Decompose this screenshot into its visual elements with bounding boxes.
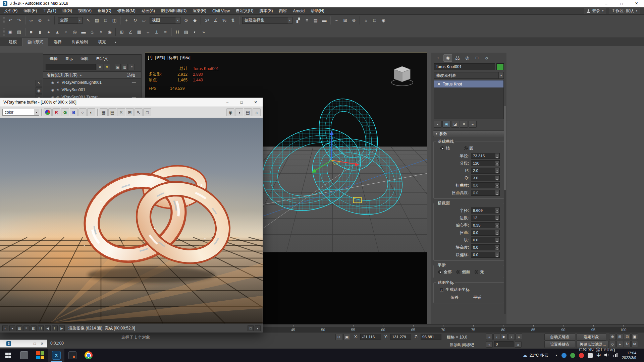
selection-lock-icon[interactable]: ▣ [343,334,350,340]
redo-icon[interactable]: ↷ [15,16,23,25]
spinner-snap-icon[interactable]: ⇅ [229,16,237,25]
red-channel-button[interactable]: R [52,108,60,116]
hair-tool-icon[interactable]: H [173,27,182,36]
parameter-spinner[interactable]: 0.0 [471,230,500,236]
more-tools-icon[interactable]: » [199,27,208,36]
parameter-spinner[interactable]: 0.0 [471,252,500,258]
render-setup-icon[interactable]: ☼ [362,16,370,25]
zoom-extents-icon[interactable]: ⊡ [624,334,631,340]
cloth-tool-icon[interactable]: ▨ [182,27,191,36]
ribbon-tab[interactable]: 自由形式 [22,38,48,46]
light-create-icon[interactable]: ☀ [97,27,105,36]
cylinder-primitive-icon[interactable]: ▮ [36,27,44,36]
explorer-display-icon[interactable]: ◉ [36,87,42,94]
filter-icon[interactable]: ▼ [104,64,110,70]
reference-coordinate-dropdown[interactable]: 视图▾ [150,17,180,24]
make-unique-icon[interactable]: ◪ [451,121,459,128]
menu-item[interactable]: 文件(F) [1,7,20,14]
material-editor-icon[interactable]: ⊚ [350,16,358,25]
align-icon[interactable]: ≡ [303,16,311,25]
tray-app-icon-4[interactable] [588,353,593,358]
current-frame-field[interactable]: 0 [494,341,514,347]
region-render-icon[interactable]: □ [143,108,151,116]
ribbon-tab[interactable]: 选择 [49,38,66,46]
viewport-label[interactable]: [线框] [180,55,191,61]
sphere-primitive-icon[interactable]: ● [44,27,53,36]
x-coordinate-field[interactable]: -21.116 [360,334,381,340]
menu-item[interactable]: 渲染(R) [190,7,209,14]
curve-type-radio[interactable]: 结 [440,145,450,151]
vfb-prev-icon[interactable]: ◀ [45,325,51,331]
configure-modifier-sets-icon[interactable]: ≡ [469,121,477,128]
ribbon-tab[interactable]: 填充 [93,38,111,46]
explorer-lock-icon[interactable]: ▣ [115,64,121,70]
visibility-eye-icon[interactable]: ◉ [51,88,54,92]
taskbar-app-dark[interactable] [64,349,80,362]
taskbar-app-grid[interactable] [32,349,48,362]
explorer-tab[interactable]: 编辑 [77,55,92,62]
explorer-tab[interactable]: 选择 [47,55,61,62]
modifier-list-dropdown[interactable]: 修改器列表 ▾ [434,72,504,79]
vfb-titlebar[interactable]: V-Ray frame buffer - [100% of 800 x 600]… [0,98,263,107]
teapot-primitive-icon[interactable]: ♨ [88,27,97,36]
graphite-ribbon-toggle-icon[interactable]: ▬ [320,16,329,25]
smooth-mode-radio[interactable]: 无 [475,269,484,275]
green-channel-button[interactable]: G [61,108,69,116]
explorer-tab[interactable]: 显示 [62,55,76,62]
previous-frame-icon[interactable]: ‹ [493,334,500,340]
vray-lens-effects-icon[interactable]: ◉ [226,108,234,116]
show-desktop-button[interactable] [640,349,642,362]
tray-app-icon-1[interactable] [561,353,567,358]
vfb-list-icon[interactable]: ≡ [23,325,30,331]
pan-icon[interactable]: + [616,341,623,347]
parameter-spinner[interactable]: 0.0 [471,190,500,196]
ribbon-tab[interactable]: 建模 [4,38,21,46]
remove-modifier-icon[interactable]: ✕ [460,121,468,128]
modify-panel-icon[interactable]: ◉ [443,54,452,62]
menu-item[interactable]: 图形编辑器(D) [158,7,190,14]
schematic-view-icon[interactable]: ⊞ [341,16,350,25]
smooth-mode-radio[interactable]: 全部 [438,269,452,275]
plane-primitive-icon[interactable]: ▬ [79,27,88,36]
scene-object-row[interactable]: ◉ ☀ VRaySun001 — [43,86,141,94]
show-end-result-icon[interactable]: ▣ [442,121,450,128]
isolate-selection-icon[interactable]: ⊙ [335,334,342,340]
menu-item[interactable]: Arnold [290,7,308,14]
freeze-toggle[interactable]: — [132,87,141,92]
explorer-column-header[interactable]: 名称(按升序排序) ▲ 冻结 [43,71,141,79]
workspace-dropdown[interactable]: 工作区: 默认 ▾ [609,8,640,14]
parameter-spinner[interactable]: 3.0 [471,175,500,181]
vfb-next-icon[interactable]: ▶ [59,325,65,331]
object-name-field[interactable]: Torus Knot001 [434,63,495,70]
smooth-mode-radio[interactable]: 侧面 [457,269,470,275]
menu-item[interactable]: 视图(V) [75,7,95,14]
measure-tool-icon[interactable]: ∠ [126,27,135,36]
vfb-collapse-icon[interactable]: ▾ [255,325,261,331]
viewport-label[interactable]: [标准] [167,55,178,61]
panel-scrollbar[interactable] [504,106,506,314]
layer-manager-icon[interactable]: ▤ [311,16,320,25]
parameter-spinner[interactable]: 120 [471,160,500,166]
ribbon-tab[interactable]: 对象绘制 [67,38,93,46]
angle-snap-icon[interactable]: ∠ [211,16,220,25]
selected-filter-dropdown[interactable]: 选定对象 [577,334,606,341]
volume-icon[interactable] [604,353,609,358]
vfb-dot-icon[interactable]: ● [9,325,15,331]
select-and-move-icon[interactable]: + [122,16,131,25]
unlink-selection-icon[interactable]: ⊘ [36,16,44,25]
selection-filter-dropdown[interactable]: 全部▾ [58,17,83,24]
select-by-name-icon[interactable]: ▤ [93,16,101,25]
stack-item-torus-knot[interactable]: Torus Knot [434,80,503,87]
close-button[interactable]: ✕ [249,98,263,107]
visibility-eye-icon[interactable]: ◉ [51,81,54,84]
torus-primitive-icon[interactable]: ○ [62,27,70,36]
vfb-pause-icon[interactable]: ‖ [52,325,58,331]
viewport-label[interactable]: [+] [148,55,153,61]
vfb-grid-icon[interactable]: ▦ [16,325,22,331]
array-tool-icon[interactable]: ▦ [135,27,144,36]
viewcube[interactable] [388,62,416,90]
go-to-end-icon[interactable]: » [516,334,522,340]
rectangular-selection-region-icon[interactable]: □ [101,16,110,25]
normal-align-icon[interactable]: ⊥ [152,27,161,36]
toolbar-grip[interactable] [3,28,5,36]
